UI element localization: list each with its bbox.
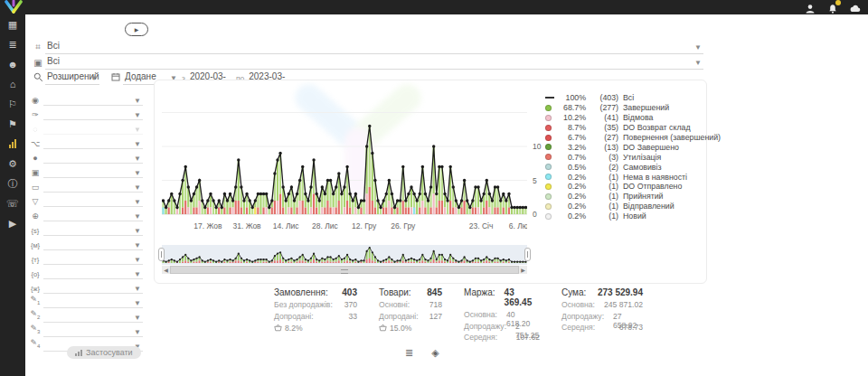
source-filter-select[interactable]: ▼ — [43, 210, 143, 221]
structure-filter-select[interactable]: ▼ — [43, 137, 143, 149]
sidebar-item-orders-icon[interactable]: ≣ — [0, 34, 25, 54]
notifications-bell-icon[interactable] — [827, 2, 838, 13]
legend-label: Нема в наявності — [623, 173, 687, 182]
custom-field-zh-filter-icon: {ж} — [27, 284, 43, 294]
sidebar-item-marketing-icon[interactable]: ⚑ — [0, 114, 25, 134]
legend-item[interactable]: 68.7%(277)Завершений — [545, 103, 704, 113]
legend-item[interactable]: 3.2%(13)DO Завершено — [545, 142, 704, 152]
y-axis-label: 5 — [533, 176, 537, 185]
stat-sub-value: 245 871.02 — [604, 300, 643, 312]
note-1-filter[interactable]: ✎1▼ — [27, 295, 143, 308]
custom-field-t-filter-select[interactable]: ▼ — [43, 253, 143, 265]
legend-count: (3) — [586, 153, 618, 162]
sidebar-item-dashboard-icon[interactable]: ▦ — [0, 14, 25, 34]
custom-field-o-filter[interactable]: {о}▼ — [27, 266, 143, 279]
disabled-filter-icon: ◌ — [27, 125, 43, 135]
source-filter[interactable]: ⊕▼ — [27, 208, 143, 221]
theme-cloud-icon[interactable] — [850, 2, 861, 13]
sidebar-item-analytics-icon[interactable] — [0, 134, 25, 154]
sidebar-item-shop-icon[interactable]: ⌂ — [0, 74, 25, 94]
custom-field-zh-filter[interactable]: {ж}▼ — [27, 280, 143, 294]
product-filter-select[interactable]: ▼ — [43, 166, 143, 178]
manager-filter[interactable]: ✑▼ — [27, 107, 143, 120]
legend-item[interactable]: 100%(403)Всі — [545, 93, 704, 103]
upsell-rate-row: 15.0% — [379, 323, 442, 334]
sidebar-item-automation-icon[interactable]: ⚙ — [0, 154, 25, 174]
scrollbar-thumb[interactable] — [170, 266, 519, 274]
custom-field-t-filter[interactable]: {т}▼ — [27, 251, 143, 265]
custom-field-zh-filter-select[interactable]: ▼ — [43, 282, 143, 294]
user-icon[interactable] — [805, 2, 816, 13]
chevron-down-icon: ▼ — [134, 256, 141, 264]
legend-pct: 10.2% — [557, 113, 586, 122]
sidebar-item-video-lessons-icon[interactable]: ▶ — [0, 213, 25, 233]
legend-item[interactable]: 0.2%(1)Відправлений — [545, 202, 704, 212]
custom-field-m-filter[interactable]: {м}▼ — [27, 237, 143, 250]
person-filter-select[interactable]: ▼ — [43, 152, 143, 164]
structure-filter[interactable]: ⌥▼ — [27, 136, 143, 149]
person-filter[interactable]: ●▼ — [27, 150, 143, 164]
custom-field-o-filter-select[interactable]: ▼ — [43, 268, 143, 279]
scroll-left-icon[interactable]: ◀ — [162, 267, 170, 273]
geo-filter[interactable]: ◉▼ — [27, 92, 143, 106]
legend-item[interactable]: 0.5%(2)Самовивіз — [545, 162, 704, 172]
sidebar: ▦≣☻⌂⚐⚑⚙ⓘ☏▶ — [0, 14, 25, 376]
stat-value: 403 — [342, 287, 357, 297]
disabled-filter-select[interactable]: ▼ — [43, 123, 143, 135]
legend-count: (41) — [586, 113, 618, 122]
products-filter-row[interactable]: ▣ Всі ▼ — [31, 55, 703, 70]
manager-filter-icon: ✑ — [27, 110, 43, 120]
chevron-down-icon: ▼ — [134, 126, 141, 134]
chart-scrollbar[interactable]: ◀ ▶ — [162, 266, 527, 274]
funnel-filter-icon: ▽ — [27, 197, 43, 207]
note-3-filter[interactable]: ✎3▼ — [27, 324, 143, 337]
package-icon[interactable]: ◈ — [431, 347, 439, 359]
legend-pct: 68.7% — [557, 103, 586, 112]
disabled-filter[interactable]: ◌▼ — [27, 121, 143, 135]
status-filter-select[interactable]: Всі ▼ — [45, 41, 703, 54]
sidebar-item-info-icon[interactable]: ⓘ — [0, 174, 25, 193]
sidebar-item-support-icon[interactable]: ☏ — [0, 193, 25, 213]
geo-filter-select[interactable]: ▼ — [43, 94, 143, 106]
brand-logo-icon[interactable] — [3, 0, 24, 14]
note-2-filter[interactable]: ✎2▼ — [27, 309, 143, 323]
stat-sub-label: Середня: — [464, 333, 497, 344]
apply-button[interactable]: Застосувати — [67, 346, 141, 359]
legend-item[interactable]: 8.7%(35)DO Возврат склад — [545, 123, 704, 133]
legend-item[interactable]: 0.7%(3)Утилізація — [545, 152, 704, 162]
payment-filter-select[interactable]: ▼ — [43, 181, 143, 193]
manager-filter-select[interactable]: ▼ — [43, 108, 143, 120]
search-mode-select[interactable]: Розширений ▼ — [45, 71, 99, 85]
legend-item[interactable]: 0.2%(1)Прийнятий — [545, 192, 704, 202]
summary-list-icon[interactable]: ≣ — [405, 347, 413, 359]
products-filter-select[interactable]: Всі ▼ — [45, 56, 703, 70]
note-3-filter-select[interactable]: ▼ — [43, 325, 143, 337]
payment-filter[interactable]: ▭▼ — [27, 179, 143, 193]
status-filter-row[interactable]: ⌗ Всі ▼ — [31, 40, 703, 54]
custom-field-s-filter-select[interactable]: ▼ — [43, 224, 143, 236]
legend-item[interactable]: 0.2%(1)Нема в наявності — [545, 172, 704, 182]
legend-item[interactable]: 10.2%(41)Відмова — [545, 113, 704, 123]
legend-item[interactable]: 0.2%(1)DO Отправлено — [545, 182, 704, 192]
note-1-filter-select[interactable]: ▼ — [43, 296, 143, 308]
orders-chart[interactable]: 17. Жов31. Жов14. Лис28. Лис12. Гру26. Г… — [162, 91, 527, 232]
scroll-right-icon[interactable]: ▶ — [519, 267, 527, 273]
note-2-filter-select[interactable]: ▼ — [43, 311, 143, 323]
chart-navigator[interactable] — [162, 245, 527, 265]
calendar-icon — [108, 72, 123, 83]
navigator-right-handle[interactable] — [524, 248, 531, 261]
funnel-filter-select[interactable]: ▼ — [43, 195, 143, 207]
funnel-filter[interactable]: ▽▼ — [27, 193, 143, 207]
legend-item[interactable]: 0.2%(1)Новий — [545, 212, 704, 221]
sidebar-item-price-tags-icon[interactable]: ⚐ — [0, 94, 25, 114]
stat-title: Замовлення: — [274, 287, 328, 297]
product-filter[interactable]: ▣▼ — [27, 164, 143, 178]
legend-dot-marker — [545, 174, 557, 180]
custom-field-m-filter-select[interactable]: ▼ — [43, 239, 143, 250]
legend-item[interactable]: 6.7%(27)Повернення (завершений) — [545, 133, 704, 143]
navigator-left-handle[interactable] — [158, 248, 165, 261]
stat-sub-label: Основна: — [561, 300, 595, 312]
sidebar-item-clients-icon[interactable]: ☻ — [0, 54, 25, 74]
video-hint-icon[interactable]: ▶ — [125, 23, 148, 36]
custom-field-s-filter[interactable]: {s}▼ — [27, 222, 143, 236]
